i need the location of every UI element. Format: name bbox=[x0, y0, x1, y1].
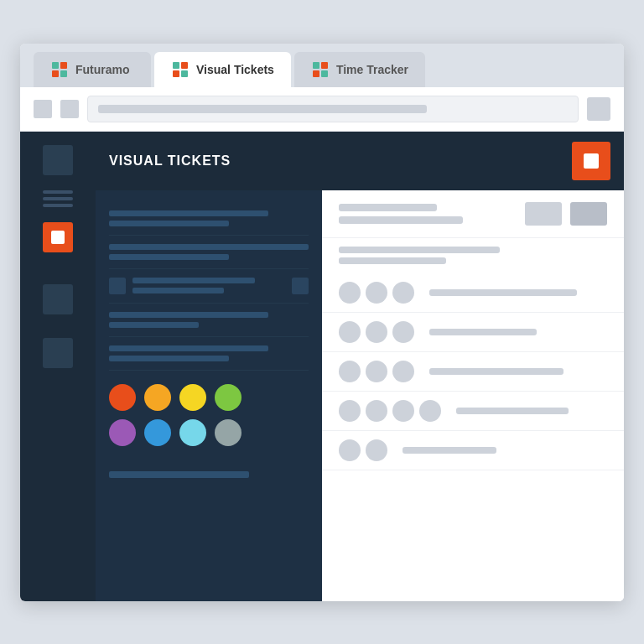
rp-sub-line-1 bbox=[339, 247, 500, 253]
avatar-dot bbox=[366, 321, 387, 343]
lp-line-group bbox=[109, 345, 309, 361]
row-dots bbox=[339, 282, 414, 304]
svg-rect-6 bbox=[173, 70, 179, 77]
svg-rect-5 bbox=[181, 62, 188, 69]
list-item[interactable] bbox=[109, 337, 309, 371]
row-dots bbox=[339, 321, 414, 343]
lp-line bbox=[109, 221, 229, 226]
color-dot-orange[interactable] bbox=[144, 384, 171, 411]
time-tracker-icon bbox=[311, 60, 330, 79]
lp-bottom-line bbox=[109, 471, 249, 478]
sidebar bbox=[20, 132, 96, 601]
avatar-dot bbox=[392, 282, 414, 304]
list-item[interactable] bbox=[109, 202, 309, 236]
menu-line-2 bbox=[43, 197, 73, 200]
row-content-line bbox=[402, 447, 496, 454]
avatar-dot bbox=[366, 282, 387, 304]
tab-time-tracker[interactable]: Time Tracker bbox=[294, 52, 425, 87]
rp-header-line-1 bbox=[339, 204, 437, 211]
color-dot-yellow[interactable] bbox=[179, 384, 206, 411]
content-split bbox=[96, 190, 624, 601]
lp-line bbox=[109, 345, 268, 351]
list-thumb bbox=[109, 278, 126, 294]
row-content-line bbox=[429, 329, 537, 335]
color-dot-cyan[interactable] bbox=[179, 419, 206, 446]
tab-visual-tickets-label: Visual Tickets bbox=[196, 63, 274, 76]
sidebar-icon-top[interactable] bbox=[43, 145, 73, 175]
svg-rect-0 bbox=[52, 62, 59, 69]
tab-bar: Futuramo Visual Tickets Time Tracker bbox=[20, 44, 624, 87]
tab-futuramo-label: Futuramo bbox=[75, 63, 130, 76]
table-row[interactable] bbox=[322, 313, 624, 352]
lp-line bbox=[109, 322, 199, 328]
menu-line-3 bbox=[43, 204, 73, 207]
row-dots bbox=[339, 400, 441, 422]
list-item[interactable] bbox=[109, 236, 309, 269]
toolbar-square-1 bbox=[34, 100, 52, 118]
svg-rect-11 bbox=[321, 70, 328, 77]
list-item[interactable] bbox=[109, 304, 309, 337]
table-row[interactable] bbox=[322, 273, 624, 313]
browser-window: Futuramo Visual Tickets Time Tracker bbox=[20, 44, 624, 601]
avatar-dot bbox=[419, 400, 441, 422]
lp-line-group bbox=[109, 210, 309, 226]
avatar-dot bbox=[366, 439, 387, 461]
svg-rect-2 bbox=[52, 70, 59, 77]
search-bar-fill bbox=[98, 105, 427, 113]
visual-tickets-icon bbox=[171, 60, 190, 79]
list-action[interactable] bbox=[292, 278, 309, 294]
svg-rect-3 bbox=[60, 70, 67, 77]
avatar-dot bbox=[339, 400, 361, 422]
panel-container: VISUAL TICKETS bbox=[96, 132, 624, 601]
row-content-line bbox=[429, 289, 577, 296]
color-row-2 bbox=[109, 419, 309, 446]
rp-header bbox=[322, 190, 624, 238]
sidebar-item-3[interactable] bbox=[43, 338, 73, 368]
table-row[interactable] bbox=[322, 352, 624, 392]
avatar-dot bbox=[392, 400, 414, 422]
panel-add-button[interactable] bbox=[572, 142, 610, 180]
sidebar-active-item[interactable] bbox=[43, 222, 73, 252]
tab-visual-tickets[interactable]: Visual Tickets bbox=[154, 52, 291, 87]
svg-rect-9 bbox=[321, 62, 328, 69]
rp-sub-line-2 bbox=[339, 257, 446, 264]
color-dot-red[interactable] bbox=[109, 384, 136, 411]
color-dot-green[interactable] bbox=[215, 384, 242, 411]
lp-line bbox=[109, 356, 229, 361]
color-dot-gray[interactable] bbox=[215, 419, 242, 446]
left-panel bbox=[96, 190, 322, 601]
toolbar-button[interactable] bbox=[587, 97, 610, 121]
tab-futuramo[interactable]: Futuramo bbox=[34, 52, 151, 87]
table-row[interactable] bbox=[322, 392, 624, 431]
avatar-dot bbox=[339, 282, 361, 304]
svg-rect-1 bbox=[60, 62, 67, 69]
lp-line-group bbox=[132, 278, 285, 293]
main-area: VISUAL TICKETS bbox=[20, 132, 624, 601]
rp-header-line-2 bbox=[339, 216, 463, 224]
panel-title: VISUAL TICKETS bbox=[109, 153, 562, 169]
right-panel bbox=[322, 190, 624, 601]
row-content-line bbox=[429, 368, 564, 375]
search-bar[interactable] bbox=[87, 96, 579, 122]
rp-subheader bbox=[322, 238, 624, 273]
avatar-dot bbox=[339, 361, 361, 382]
avatar-dot bbox=[392, 321, 414, 343]
avatar-dot bbox=[392, 361, 414, 382]
active-item-inner bbox=[51, 231, 65, 244]
tab-time-tracker-label: Time Tracker bbox=[336, 63, 408, 76]
avatar-dot bbox=[366, 361, 387, 382]
rp-header-button-1[interactable] bbox=[525, 202, 562, 226]
sidebar-menu-lines[interactable] bbox=[43, 190, 73, 207]
color-row-1 bbox=[109, 384, 309, 411]
table-row[interactable] bbox=[322, 431, 624, 470]
rp-header-button-2[interactable] bbox=[570, 202, 607, 226]
color-palette bbox=[109, 371, 309, 461]
sidebar-item-2[interactable] bbox=[43, 284, 73, 314]
color-dot-purple[interactable] bbox=[109, 419, 136, 446]
list-item[interactable] bbox=[109, 269, 309, 304]
lp-line-group bbox=[109, 244, 309, 260]
color-dot-blue[interactable] bbox=[144, 419, 171, 446]
lp-line bbox=[132, 288, 224, 293]
avatar-dot bbox=[339, 439, 361, 461]
svg-rect-7 bbox=[181, 70, 188, 77]
